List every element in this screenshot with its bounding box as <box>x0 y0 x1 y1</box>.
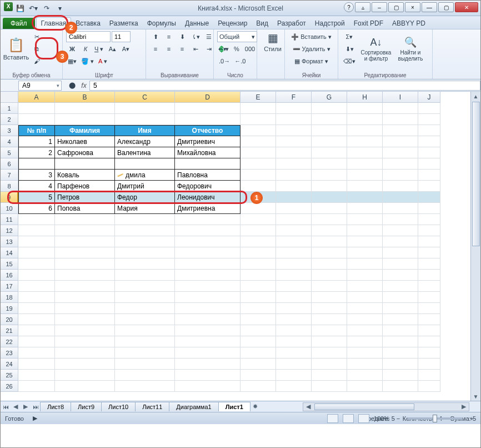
cell[interactable] <box>115 359 175 370</box>
cell[interactable] <box>418 158 440 170</box>
cell[interactable] <box>55 347 115 359</box>
increase-indent-button[interactable]: ⇥ <box>203 43 215 54</box>
hscroll-right[interactable]: ▶ <box>459 402 469 412</box>
cell[interactable] <box>55 303 115 314</box>
cell[interactable] <box>18 303 55 314</box>
row-header[interactable]: 17 <box>1 281 18 292</box>
cell[interactable] <box>312 347 347 359</box>
cell[interactable] <box>18 347 55 359</box>
column-header[interactable]: I <box>383 92 418 103</box>
cell[interactable] <box>240 158 276 170</box>
inner-close-button[interactable]: × <box>405 2 420 12</box>
view-normal-button[interactable] <box>327 414 338 423</box>
font-color-button[interactable]: A▾ <box>97 56 109 67</box>
cell[interactable] <box>240 247 276 258</box>
cell[interactable] <box>418 247 440 258</box>
row-header[interactable]: 26 <box>1 381 18 392</box>
cell[interactable]: Дмитриевна <box>175 203 240 214</box>
cell[interactable] <box>347 370 383 381</box>
cell[interactable] <box>240 147 276 158</box>
cell[interactable] <box>18 381 55 392</box>
cell[interactable] <box>383 258 418 270</box>
cell[interactable] <box>383 203 418 214</box>
cell[interactable] <box>312 192 347 203</box>
cell[interactable] <box>312 136 347 147</box>
cell[interactable] <box>240 281 276 292</box>
qat-more[interactable]: ▾ <box>54 2 66 14</box>
cell[interactable]: Николаев <box>55 136 115 147</box>
help-button[interactable]: ? <box>344 2 354 12</box>
fill-color-button[interactable]: 🪣▾ <box>79 56 96 67</box>
cell[interactable] <box>18 236 55 247</box>
cell[interactable]: дмила <box>115 170 175 181</box>
row-header[interactable]: 6 <box>1 158 18 170</box>
cell[interactable] <box>418 381 440 392</box>
cell[interactable] <box>240 125 276 136</box>
cell[interactable] <box>418 103 440 114</box>
cut-button[interactable]: ✂ <box>31 31 43 42</box>
cell[interactable] <box>383 170 418 181</box>
cell[interactable] <box>276 125 312 136</box>
cell[interactable] <box>175 247 240 258</box>
cell[interactable] <box>55 214 115 225</box>
row-header[interactable]: 5 <box>1 147 18 158</box>
cell[interactable] <box>18 114 55 125</box>
cell[interactable] <box>240 103 276 114</box>
tab-developer[interactable]: Разработ <box>273 18 310 29</box>
cell[interactable]: Павловна <box>175 170 240 181</box>
cell[interactable] <box>312 336 347 347</box>
tab-formulas[interactable]: Формулы <box>143 18 181 29</box>
cell[interactable] <box>383 381 418 392</box>
cell[interactable] <box>276 336 312 347</box>
cell[interactable] <box>276 225 312 236</box>
number-format-combo[interactable]: Общий▾ <box>217 31 257 42</box>
cell[interactable] <box>175 214 240 225</box>
tab-view[interactable]: Вид <box>252 18 273 29</box>
cell[interactable] <box>175 258 240 270</box>
zoom-slider[interactable] <box>407 417 463 420</box>
italic-button[interactable]: К <box>79 43 92 54</box>
cell[interactable] <box>383 247 418 258</box>
cell[interactable] <box>175 325 240 336</box>
cell[interactable] <box>276 258 312 270</box>
cell[interactable] <box>347 381 383 392</box>
cell[interactable] <box>418 214 440 225</box>
column-header[interactable]: H <box>347 92 383 103</box>
row-header[interactable]: 11 <box>1 214 18 225</box>
cell[interactable] <box>383 136 418 147</box>
cell[interactable] <box>383 214 418 225</box>
cell[interactable] <box>312 147 347 158</box>
cell[interactable] <box>240 359 276 370</box>
column-header[interactable]: A <box>18 92 55 103</box>
column-header[interactable]: F <box>276 92 312 103</box>
align-top-button[interactable]: ⬆ <box>149 31 162 42</box>
cell[interactable] <box>418 325 440 336</box>
scroll-up-button[interactable]: ▲ <box>471 92 480 101</box>
cell[interactable] <box>347 103 383 114</box>
cell[interactable] <box>18 270 55 281</box>
cell[interactable] <box>55 158 115 170</box>
font-size-combo[interactable] <box>112 31 131 42</box>
minimize-button[interactable]: — <box>422 2 437 12</box>
cell[interactable] <box>418 114 440 125</box>
cell[interactable] <box>383 325 418 336</box>
cell[interactable] <box>276 270 312 281</box>
cell[interactable] <box>115 103 175 114</box>
insert-cells-button[interactable]: ➕Вставить▾ <box>288 31 334 42</box>
cell[interactable] <box>418 336 440 347</box>
cell[interactable] <box>418 125 440 136</box>
cell[interactable] <box>175 359 240 370</box>
cell[interactable] <box>55 325 115 336</box>
cell[interactable] <box>347 225 383 236</box>
row-header[interactable]: 23 <box>1 347 18 359</box>
cell[interactable] <box>347 125 383 136</box>
cell[interactable] <box>240 314 276 325</box>
cell[interactable] <box>115 247 175 258</box>
cell[interactable]: Леонидович <box>175 192 240 203</box>
cell[interactable]: Петров <box>55 192 115 203</box>
column-header[interactable]: G <box>312 92 347 103</box>
grow-font-button[interactable]: A▴ <box>106 43 118 54</box>
cell[interactable] <box>418 203 440 214</box>
cell[interactable] <box>347 314 383 325</box>
cell[interactable] <box>18 158 55 170</box>
